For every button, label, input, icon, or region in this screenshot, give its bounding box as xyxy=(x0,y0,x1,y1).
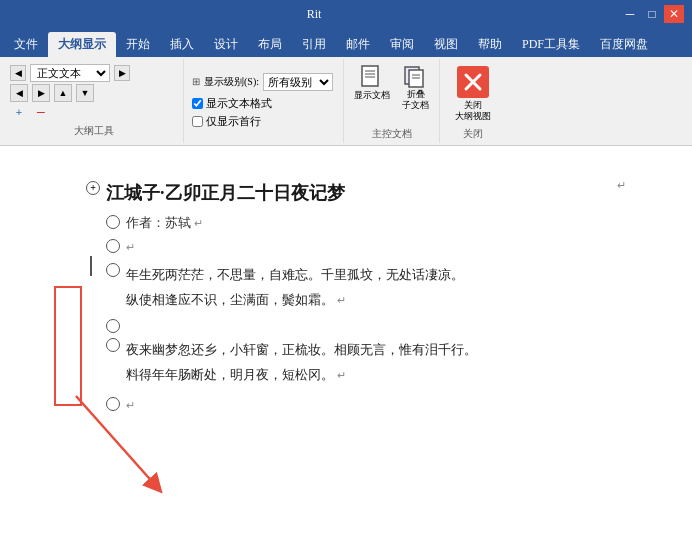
collapse-subdoc-button[interactable]: 折叠子文档 xyxy=(398,61,433,113)
outline-level-group: ◀ 正文文本 1级 2级 3级 ▶ ◀ ▶ ▲ ▼ + ─ 大纲工具 xyxy=(4,59,184,143)
final-text: ↵ xyxy=(126,395,626,416)
empty-text-1: ↵ xyxy=(126,237,626,258)
title-text: Rit xyxy=(8,7,620,22)
subdoc-top: 显示文档 折叠子文档 xyxy=(350,61,433,113)
stanza2-return: ↵ xyxy=(337,369,346,381)
show-first-line-label: 仅显示首行 xyxy=(206,114,261,129)
empty-bullet-2[interactable] xyxy=(106,319,120,333)
empty-bullet-1[interactable] xyxy=(106,239,120,253)
stanza1-line1: 年生死两茫茫，不思量，自难忘。千里孤坟，无处话凄凉。 xyxy=(126,263,626,286)
ribbon-tabs: 文件 大纲显示 开始 插入 设计 布局 引用 邮件 审阅 视图 帮助 PDF工具… xyxy=(0,28,692,57)
tab-home[interactable]: 开始 xyxy=(116,32,160,57)
tab-layout[interactable]: 布局 xyxy=(248,32,292,57)
stanza1-bullet[interactable] xyxy=(106,263,120,277)
subdoc-group: 显示文档 折叠子文档 主控文档 xyxy=(344,59,440,143)
show-text-format-label: 显示文本格式 xyxy=(206,96,272,111)
display-level-select[interactable]: 所有级别 1级 2级 xyxy=(263,73,333,91)
author-text: 作者：苏轼 ↵ xyxy=(126,213,626,234)
show-doc-label: 显示文档 xyxy=(354,89,390,102)
tab-pdf[interactable]: PDF工具集 xyxy=(512,32,590,57)
close-outline-button[interactable]: 关闭大纲视图 xyxy=(446,61,500,127)
stanza1-return: ↵ xyxy=(337,294,346,306)
display-options-group: ⊞ 显示级别(S): 所有级别 1级 2级 显示文本格式 仅显示首行 xyxy=(184,59,344,143)
title-text: 江城子·乙卯正月二十日夜记梦 xyxy=(106,179,617,208)
stanza2-item: 夜来幽梦忽还乡，小轩窗，正梳妆。相顾无言，惟有泪千行。 料得年年肠断处，明月夜，… xyxy=(76,336,626,389)
show-first-line-checkbox[interactable] xyxy=(192,116,203,127)
ribbon-toolbar: ◀ 正文文本 1级 2级 3级 ▶ ◀ ▶ ▲ ▼ + ─ 大纲工具 ⊞ 显示级… xyxy=(0,57,692,146)
stanza2-line2: 料得年年肠断处，明月夜，短松冈。 ↵ xyxy=(126,363,626,386)
stanza2-text: 夜来幽梦忽还乡，小轩窗，正梳妆。相顾无言，惟有泪千行。 料得年年肠断处，明月夜，… xyxy=(126,336,626,389)
document-body: 江城子·乙卯正月二十日夜记梦 ↵ 作者：苏轼 ↵ ↵ 年生死两茫茫，不思量，自难… xyxy=(0,146,692,559)
title-bar: Rit ─ □ ✕ xyxy=(0,0,692,28)
author-return: ↵ xyxy=(194,217,203,229)
title-bullet[interactable] xyxy=(86,181,100,195)
stanza2-line1: 夜来幽梦忽还乡，小轩窗，正梳妆。相顾无言，惟有泪千行。 xyxy=(126,338,626,361)
final-empty-item: ↵ xyxy=(76,395,626,416)
display-options-icon: ⊞ xyxy=(192,76,200,87)
author-item: 作者：苏轼 ↵ xyxy=(76,213,626,234)
stanza1-line2: 纵使相逢应不识，尘满面，鬓如霜。 ↵ xyxy=(126,288,626,311)
show-doc-button[interactable]: 显示文档 xyxy=(350,61,394,113)
collapse-subdoc-icon xyxy=(403,63,429,89)
show-text-format-checkbox[interactable] xyxy=(192,98,203,109)
tab-outline[interactable]: 大纲显示 xyxy=(48,32,116,57)
tab-insert[interactable]: 插入 xyxy=(160,32,204,57)
move-down-button[interactable]: ▼ xyxy=(76,84,94,102)
stanza2-bullet[interactable] xyxy=(106,338,120,352)
collapse-button[interactable]: ─ xyxy=(32,104,50,120)
tab-file[interactable]: 文件 xyxy=(4,32,48,57)
author-bullet[interactable] xyxy=(106,215,120,229)
level-nav-row: ◀ 正文文本 1级 2级 3级 ▶ xyxy=(10,64,177,82)
final-bullet[interactable] xyxy=(106,397,120,411)
close-outline-icon xyxy=(457,66,489,98)
tab-view[interactable]: 视图 xyxy=(424,32,468,57)
promote-button[interactable]: ◀ xyxy=(10,84,28,102)
empty-line-2 xyxy=(76,317,626,333)
close-button[interactable]: ✕ xyxy=(664,5,684,23)
demote-button[interactable]: ▶ xyxy=(32,84,50,102)
nav-left-button[interactable]: ◀ xyxy=(10,65,26,81)
arrow-row: ◀ ▶ ▲ ▼ xyxy=(10,84,177,102)
master-doc-label: 主控文档 xyxy=(372,127,412,141)
level-select[interactable]: 正文文本 1级 2级 3级 xyxy=(30,64,110,82)
tab-help[interactable]: 帮助 xyxy=(468,32,512,57)
maximize-button[interactable]: □ xyxy=(642,5,662,23)
svg-rect-0 xyxy=(362,66,378,86)
display-level-label: 显示级别(S): xyxy=(204,75,259,89)
close-label: 关闭 xyxy=(463,127,483,141)
stanza1-item: 年生死两茫茫，不思量，自难忘。千里孤坟，无处话凄凉。 纵使相逢应不识，尘满面，鬓… xyxy=(76,261,626,314)
outline-tools-label: 大纲工具 xyxy=(10,124,177,138)
title-return: ↵ xyxy=(617,179,626,192)
title-controls: ─ □ ✕ xyxy=(620,5,684,23)
nav-right-button[interactable]: ▶ xyxy=(114,65,130,81)
empty-line-1: ↵ xyxy=(76,237,626,258)
move-up-button[interactable]: ▲ xyxy=(54,84,72,102)
margin-indicator xyxy=(90,256,92,276)
stanza1-text: 年生死两茫茫，不思量，自难忘。千里孤坟，无处话凄凉。 纵使相逢应不识，尘满面，鬓… xyxy=(126,261,626,314)
expand-button[interactable]: + xyxy=(10,104,28,120)
collapse-subdoc-label: 折叠子文档 xyxy=(402,89,429,111)
tab-references[interactable]: 引用 xyxy=(292,32,336,57)
minimize-button[interactable]: ─ xyxy=(620,5,640,23)
doc-page: 江城子·乙卯正月二十日夜记梦 ↵ 作者：苏轼 ↵ ↵ 年生死两茫茫，不思量，自难… xyxy=(36,156,656,536)
tab-review[interactable]: 审阅 xyxy=(380,32,424,57)
close-outline-label: 关闭大纲视图 xyxy=(455,100,491,122)
expand-row: + ─ xyxy=(10,104,177,120)
close-group: 关闭大纲视图 关闭 xyxy=(440,59,506,143)
show-text-format-row: 显示文本格式 xyxy=(192,96,335,111)
show-first-line-row: 仅显示首行 xyxy=(192,114,335,129)
title-item: 江城子·乙卯正月二十日夜记梦 ↵ xyxy=(76,179,626,208)
show-doc-icon xyxy=(359,63,385,89)
tab-design[interactable]: 设计 xyxy=(204,32,248,57)
tab-mail[interactable]: 邮件 xyxy=(336,32,380,57)
display-level-icon-row: ⊞ 显示级别(S): 所有级别 1级 2级 xyxy=(192,73,335,91)
tab-baidu[interactable]: 百度网盘 xyxy=(590,32,658,57)
